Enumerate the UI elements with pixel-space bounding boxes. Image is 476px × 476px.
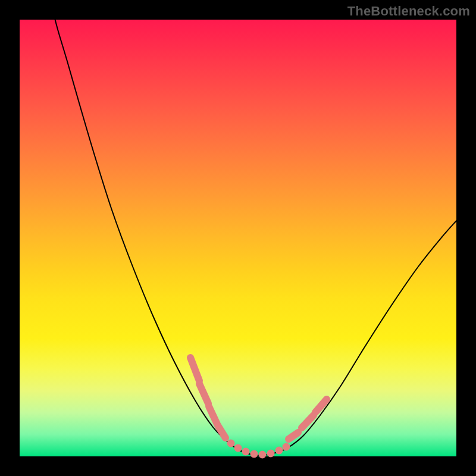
watermark-text: TheBottleneck.com <box>347 4 470 19</box>
bottleneck-curve <box>54 14 458 455</box>
highlight-dot <box>242 448 250 456</box>
plot-area <box>20 20 456 456</box>
highlight-segment <box>199 384 208 403</box>
highlight-dot <box>227 440 235 447</box>
highlight-dot <box>234 444 242 452</box>
highlight-segment <box>289 433 298 439</box>
highlight-segment <box>209 406 217 424</box>
highlight-dot <box>275 447 283 455</box>
chart-svg <box>20 20 456 456</box>
highlight-dot <box>250 450 258 458</box>
highlight-segment <box>218 425 226 438</box>
highlight-layer <box>190 358 327 459</box>
highlight-dot <box>259 451 267 459</box>
highlight-dot <box>283 443 290 451</box>
highlight-segment <box>190 358 199 381</box>
highlight-segment <box>315 399 327 412</box>
highlight-dot <box>267 450 275 458</box>
chart-frame: TheBottleneck.com <box>0 0 476 476</box>
